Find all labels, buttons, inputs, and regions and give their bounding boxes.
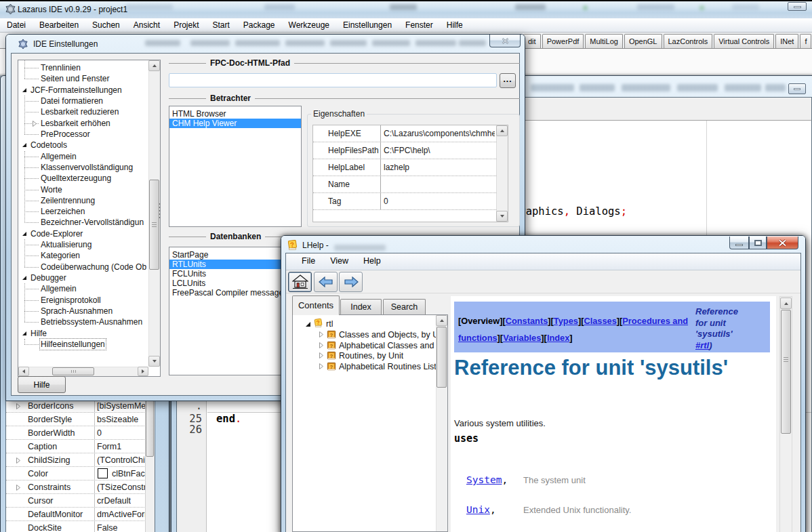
dialog-close-button[interactable] [489, 35, 521, 47]
tree-item[interactable]: rtl [326, 319, 333, 329]
palette-tab[interactable]: f [800, 34, 811, 48]
prop-row[interactable]: HelpLabellazhelp [313, 159, 496, 176]
prop-row[interactable]: Tag0 [313, 193, 496, 210]
rtl-link[interactable]: #rtl [695, 340, 709, 350]
oi-prop-value[interactable]: (TSizeConstra [97, 483, 151, 492]
lhelp-menu-view[interactable]: View [323, 253, 356, 266]
tree-item[interactable]: Datei formatieren [41, 96, 103, 106]
palette-tab[interactable]: MultiLog [585, 34, 623, 48]
forward-button[interactable] [339, 272, 363, 292]
palette-tab[interactable]: INet [775, 34, 798, 48]
oi-prop-value[interactable]: bsSizeable [97, 415, 138, 424]
tree-item[interactable]: Lesbarkeit erhöhen [41, 118, 110, 129]
tab-index[interactable]: Index [340, 299, 382, 315]
oi-row[interactable]: ColorclBtnFace [6, 467, 147, 480]
viewer-item[interactable]: HTML Browser [169, 109, 301, 119]
unit-link[interactable]: Unix [466, 504, 490, 515]
tree-item[interactable]: Kategorien [41, 250, 80, 261]
oi-row[interactable]: Constraints(TSizeConstra [6, 480, 147, 494]
lhelp-contents-tree[interactable]: ?rtl?Classes and Objects, by U?Alphabeti… [292, 314, 448, 532]
tab-contents[interactable]: Contents [292, 295, 340, 315]
nav-link[interactable]: functions [458, 333, 498, 343]
oi-prop-value[interactable]: (TControlChil [97, 455, 147, 465]
tree-item[interactable]: Seiten und Fenster [41, 73, 109, 84]
prop-value[interactable]: 0 [384, 197, 495, 206]
content-scrollbar-thumb[interactable] [781, 310, 791, 434]
tree-item[interactable]: Worte [41, 184, 62, 195]
palette-tab[interactable]: dit [523, 34, 541, 48]
maximize-button[interactable] [749, 237, 767, 249]
menu-datei[interactable]: Datei [0, 18, 33, 33]
properties-grid[interactable]: HelpEXEC:\Lazarus\components\chmheHelpFi… [312, 125, 508, 222]
tree-expanded-icon[interactable] [22, 331, 26, 335]
nav-link[interactable]: Constants [506, 316, 548, 326]
tree-item[interactable]: PreProcessor [41, 129, 90, 140]
oi-row[interactable]: DefaultMonitordmActiveForm [6, 508, 147, 521]
oi-prop-value[interactable]: dmActiveForm [97, 510, 151, 519]
tree-item[interactable]: Alphabetical Classes and ( [339, 340, 436, 351]
expand-triangle-icon[interactable] [16, 403, 21, 410]
tree-scroll-up[interactable] [148, 60, 160, 71]
tree-scroll-down[interactable] [148, 356, 160, 367]
minimize-button[interactable] [729, 237, 749, 249]
help-button[interactable]: Hilfe [18, 376, 66, 393]
menu-package[interactable]: Package [237, 18, 282, 33]
prop-row[interactable]: HelpEXEC:\Lazarus\components\chmhe [313, 125, 496, 142]
tree-collapsed-icon[interactable] [319, 352, 324, 359]
tree-scrollbar-thumb[interactable] [149, 180, 159, 270]
content-scroll-up[interactable] [780, 298, 792, 309]
lhelp-tree-scroll-up[interactable] [436, 315, 447, 326]
oi-row[interactable]: BorderStylebsSizeable [6, 413, 147, 426]
browse-button[interactable]: ... [500, 73, 516, 88]
tree-expanded-icon[interactable] [306, 322, 310, 327]
tree-hscrollbar-thumb[interactable] [52, 367, 94, 375]
nav-link[interactable]: Procedures and [622, 316, 688, 326]
tree-scroll-left[interactable] [18, 367, 29, 376]
menu-ansicht[interactable]: Ansicht [127, 18, 167, 33]
menu-projekt[interactable]: Projekt [167, 18, 205, 33]
oi-prop-value[interactable]: Form1 [97, 442, 121, 451]
main-minimize-button[interactable] [788, 2, 807, 11]
oi-row[interactable]: DockSiteFalse [6, 521, 147, 532]
tree-item[interactable]: Lesbarkeit reduzieren [41, 106, 119, 117]
prop-value[interactable]: lazhelp [384, 163, 495, 172]
viewer-listbox[interactable]: HTML BrowserCHM Help Viewer [169, 106, 302, 227]
tree-item[interactable]: Zeilentrennung [41, 195, 95, 206]
tree-item[interactable]: Bezeichner-Vervollständigun [41, 217, 144, 228]
tree-item[interactable]: JCF-Formateinstellungen [31, 85, 122, 96]
fpc-doc-path-input[interactable] [169, 73, 497, 87]
unit-link[interactable]: System [466, 474, 502, 485]
nav-link[interactable]: Variables [503, 333, 541, 343]
menu-start[interactable]: Start [205, 18, 236, 33]
oi-prop-value[interactable]: False [97, 523, 118, 532]
menu-fenster[interactable]: Fenster [399, 18, 440, 33]
tree-collapsed-icon[interactable] [319, 331, 324, 338]
help-html-pane[interactable]: [Overview][Constants][Types][Classes][Pr… [451, 296, 776, 532]
tree-item[interactable]: Klassenvervollständigung [41, 162, 133, 173]
nav-link[interactable]: Index [547, 333, 569, 343]
oi-row[interactable]: CaptionForm1 [6, 440, 147, 453]
tree-expanded-icon[interactable] [22, 276, 26, 280]
oi-row[interactable]: CursorcrDefault [6, 494, 147, 508]
tree-item[interactable]: Codetools [31, 140, 67, 150]
settings-tree[interactable]: TrennlinienSeiten und FensterJCF-Formate… [18, 60, 161, 377]
lhelp-tree-scrollbar-thumb[interactable] [437, 327, 447, 388]
oi-scrollbar-thumb[interactable] [146, 395, 154, 457]
nav-link[interactable]: Types [554, 316, 578, 326]
tree-item[interactable]: Alphabetical Routines List [339, 361, 436, 372]
tab-search[interactable]: Search [383, 299, 426, 315]
expand-triangle-icon[interactable] [16, 484, 21, 491]
grid-scroll-down[interactable] [496, 211, 508, 222]
tree-expanded-icon[interactable] [22, 143, 26, 147]
splitter-grip[interactable] [159, 201, 160, 220]
tree-item[interactable]: Allgemein [41, 283, 77, 294]
expand-triangle-icon[interactable] [16, 457, 21, 464]
oi-row[interactable]: ChildSizing(TControlChil [6, 453, 147, 467]
tree-collapsed-icon[interactable] [319, 363, 324, 370]
tree-item[interactable]: Codeüberwachung (Code Ob [41, 262, 146, 272]
prop-value[interactable]: C:\FPC\help\ [384, 146, 495, 155]
tree-item[interactable]: Routines, by Unit [339, 350, 403, 361]
tree-item[interactable]: Trennlinien [41, 62, 81, 73]
home-button[interactable] [288, 272, 312, 292]
palette-tab[interactable]: Virtual Controls [714, 34, 774, 48]
